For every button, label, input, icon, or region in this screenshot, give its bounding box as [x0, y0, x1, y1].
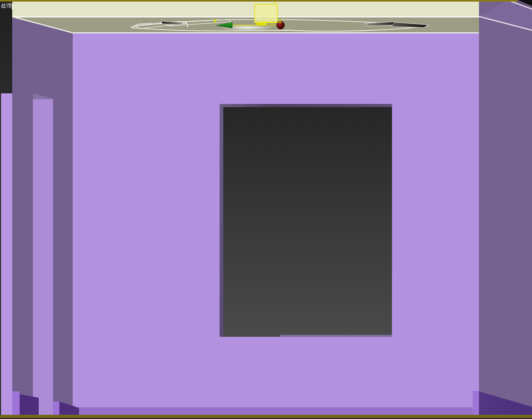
floor-baseboard-strip[interactable] [79, 407, 479, 415]
inner-pilaster-column[interactable] [33, 99, 53, 415]
status-label: 处理 [1, 3, 12, 8]
right-side-wall[interactable] [479, 0, 532, 419]
window-frame-left [220, 104, 223, 337]
window-sill-highlight [280, 335, 392, 337]
ceiling-underside-band[interactable] [12, 18, 479, 33]
wall-ceiling-edge-line [73, 32, 479, 33]
status-panel: 处理 [0, 0, 12, 93]
viewport-left-border [0, 93, 1, 415]
corner-baseboard-highlight [473, 391, 479, 415]
left-baseboard-highlight-1 [12, 391, 20, 415]
left-pilaster-column[interactable] [1, 93, 12, 415]
left-baseboard-highlight-2 [53, 401, 59, 415]
ceiling-top-band[interactable] [12, 2, 479, 18]
text-cursor [12, 4, 14, 10]
window-opening[interactable] [223, 107, 392, 337]
viewport-top-border [0, 0, 518, 2]
3d-viewport[interactable]: Y X 处理 [0, 0, 532, 419]
